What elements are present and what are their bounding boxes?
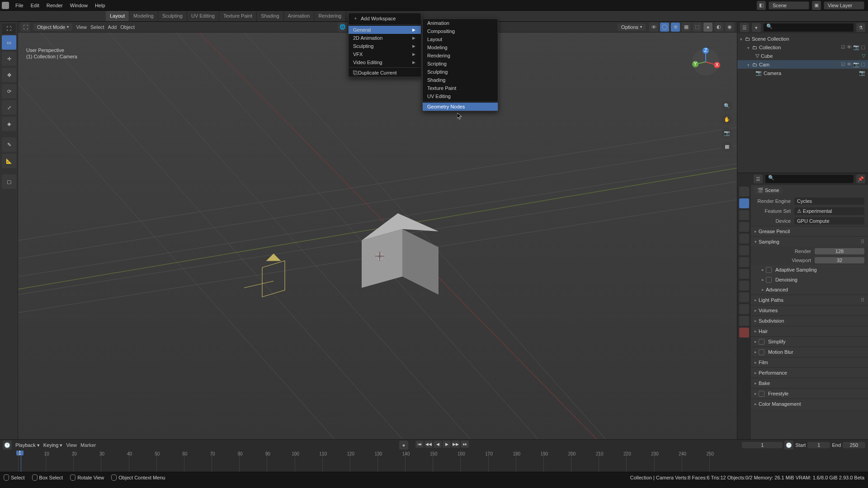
sub-modeling[interactable]: Modeling [423,43,498,52]
tool-select[interactable]: ▭ [2,35,16,50]
ptab-constraint[interactable] [739,304,749,314]
popup-sculpting[interactable]: Sculpting▶ [349,42,421,50]
tab-shading[interactable]: Shading [257,11,283,21]
sub-texture-paint[interactable]: Texture Paint [423,84,498,92]
tl-marker[interactable]: Marker [80,442,96,448]
tab-animation[interactable]: Animation [284,11,315,21]
ptab-render[interactable] [739,198,749,208]
ptab-particle[interactable] [739,281,749,291]
sub-sculpting[interactable]: Sculpting [423,68,498,76]
popup-2d-animation[interactable]: 2D Animation▶ [349,34,421,42]
sub-geometry-nodes[interactable]: Geometry Nodes [423,103,498,111]
sub-layout[interactable]: Layout [423,35,498,43]
menu-render[interactable]: Render [43,0,66,11]
sub-shading[interactable]: Shading [423,76,498,84]
render-samples-field[interactable]: 128 [815,248,864,254]
popup-video-editing[interactable]: Video Editing▶ [349,58,421,66]
ptab-tool[interactable] [739,187,749,197]
shade-solid[interactable]: ● [703,23,712,32]
play-button[interactable]: ▶ [443,441,451,448]
zoom-icon[interactable]: 🔍 [722,100,732,111]
popup-duplicate-current[interactable]: ⿻ Duplicate Current [349,69,421,77]
autokey-toggle[interactable]: ● [399,441,408,450]
tree-cam-collection[interactable]: 🗀 Cam☑ 👁 📷 ▢ [737,60,868,69]
mode-selector[interactable]: Object Mode ▾ [33,23,72,31]
shade-rendered[interactable]: ◉ [725,23,734,32]
preview-range-icon[interactable]: 🕐 [784,441,793,450]
tool-annotate[interactable]: ✎ [2,137,16,152]
tl-view[interactable]: View [66,442,77,448]
visibility-dropdown[interactable]: 👁 [649,23,658,32]
timeline-type-icon[interactable]: 🕐 [3,441,12,450]
menu-window[interactable]: Window [66,0,91,11]
3d-viewport[interactable]: User Perspective (1) Collection | Camera… [18,33,737,439]
outliner-search-input[interactable]: 🔍 [764,23,854,32]
panel-adaptive-sampling[interactable]: Adaptive Sampling [751,265,868,275]
ptab-physics[interactable] [739,292,749,302]
scene-selector[interactable]: Scene [769,1,809,9]
tab-uv[interactable]: UV Editing [187,11,219,21]
tree-scene-collection[interactable]: 🗀 Scene Collection [737,34,868,43]
sub-compositing[interactable]: Compositing [423,27,498,35]
ptab-object[interactable] [739,257,749,267]
panel-sampling[interactable]: Sampling⠿ [751,237,868,247]
menu-file[interactable]: File [12,0,27,11]
tree-collection[interactable]: 🗀 Collection☑ 👁 📷 ▢ [737,43,868,52]
tool-move[interactable]: ✥ [2,68,16,82]
prev-key-button[interactable]: ◀◀ [425,441,433,448]
pan-icon[interactable]: ✋ [722,114,732,125]
outliner-filter-icon[interactable]: ⚗ [856,23,865,32]
hdr-select[interactable]: Select [90,24,104,30]
overlay-toggle[interactable]: ⊕ [671,23,680,32]
nav-gizmo[interactable]: X Y Z [690,46,722,78]
panel-bake[interactable]: Bake [751,378,868,388]
popup-general[interactable]: General▶ [349,26,421,34]
tool-addcube[interactable]: ▢ [2,174,16,189]
scene-icon[interactable]: ◧ [757,1,766,10]
jump-start-button[interactable]: ⏮ [415,441,424,448]
outliner-type-icon[interactable]: ☰ [740,23,749,32]
device-dropdown[interactable]: GPU Compute [794,217,864,225]
tab-modeling[interactable]: Modeling [129,11,158,21]
shade-matprev[interactable]: ◐ [714,23,723,32]
sub-scripting[interactable]: Scripting [423,60,498,68]
panel-color-mgmt[interactable]: Color Management [751,399,868,409]
hdr-object[interactable]: Object [120,24,135,30]
tl-playback[interactable]: Playback ▾ [15,442,40,448]
editor-type-dropdown[interactable]: ⛶ [21,23,30,32]
gizmo-toggle[interactable]: ◯ [660,23,669,32]
blender-logo-icon[interactable] [2,2,9,9]
ortho-toggle-icon[interactable]: ▦ [722,141,732,152]
ptab-material[interactable] [739,328,749,338]
panel-performance[interactable]: Performance [751,368,868,378]
shade-wireframe[interactable]: ⬚ [693,23,702,32]
ptab-output[interactable] [739,210,749,220]
current-frame-field[interactable]: 1 [742,442,783,448]
outliner-display-icon[interactable]: ▾ [752,23,761,32]
start-frame-field[interactable]: 1 [807,442,830,448]
hdr-add[interactable]: Add [108,24,117,30]
ptab-world[interactable] [739,245,749,255]
jump-end-button[interactable]: ⏭ [461,441,469,448]
timeline-ruler[interactable]: 1 01020304050607080901001101201301401501… [0,450,868,472]
menu-help[interactable]: Help [91,0,109,11]
sub-animation[interactable]: Animation [423,19,498,27]
panel-volumes[interactable]: Volumes [751,305,868,315]
menu-edit[interactable]: Edit [27,0,43,11]
camera-view-icon[interactable]: 📷 [722,127,732,138]
viewlayer-icon[interactable]: ▣ [812,1,821,10]
props-pin-icon[interactable]: 📌 [856,174,865,183]
render-engine-dropdown[interactable]: Cycles [794,197,864,205]
xray-toggle[interactable]: ▦ [682,23,691,32]
tl-keying[interactable]: Keying ▾ [43,442,63,448]
ptab-modifier[interactable] [739,269,749,279]
panel-simplify[interactable]: Simplify [751,337,868,347]
props-search-input[interactable]: 🔍 [765,175,854,183]
tree-camera[interactable]: 📷 Camera📷 [737,69,868,77]
panel-hair[interactable]: Hair [751,326,868,336]
sub-rendering[interactable]: Rendering [423,52,498,60]
tab-rendering[interactable]: Rendering [314,11,346,21]
tool-cursor[interactable]: ✛ [2,52,16,66]
hdr-view[interactable]: View [76,24,87,30]
feature-set-dropdown[interactable]: ⚠ Experimental [794,207,864,215]
